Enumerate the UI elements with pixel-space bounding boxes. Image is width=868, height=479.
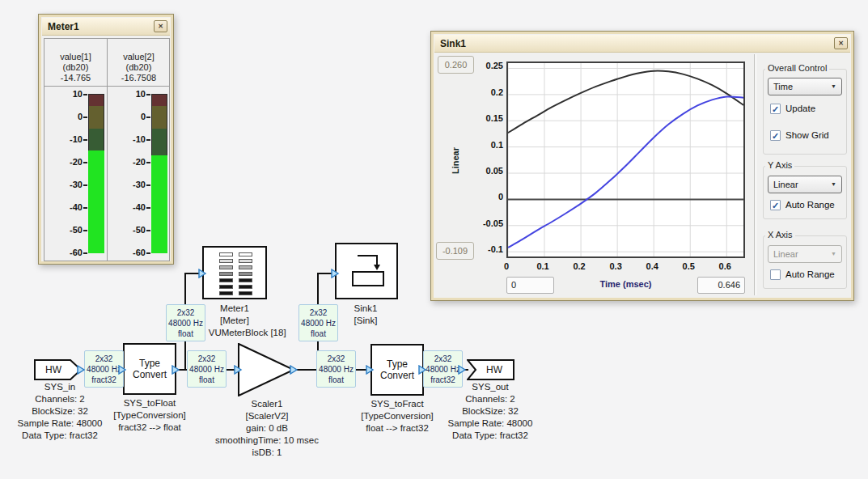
meter-panel: value[1](db20)-14.765100-10-20-30-40-50-…: [44, 38, 170, 261]
caption-line: gain: 0 dB: [198, 422, 336, 434]
wire-label[interactable]: 2x32 48000 Hz float: [299, 304, 338, 341]
y-tick-label: -0.1: [468, 244, 503, 254]
meter-bar-unlit: [151, 94, 167, 155]
overall-control-label: Overall Control: [765, 63, 829, 73]
chevron-down-icon: ▼: [831, 78, 836, 95]
type-convert-2-text: Type Convert: [372, 358, 422, 381]
type-convert-1-block[interactable]: Type Convert: [123, 343, 176, 395]
scaler-block[interactable]: [238, 343, 296, 396]
domain-dropdown[interactable]: Time ▼: [768, 78, 842, 95]
type-convert-2-block[interactable]: Type Convert: [370, 344, 424, 396]
meter-tick-mark: [146, 252, 150, 254]
meter-tick-label: 0: [55, 112, 83, 121]
meter-block[interactable]: [202, 246, 267, 299]
meter-tick-label: 10: [118, 89, 146, 99]
block-name: Scaler1: [198, 398, 336, 410]
wire-label[interactable]: 2x32 48000 Hz float: [166, 304, 205, 341]
meter-bar-unlit: [88, 94, 104, 150]
vu-meter-icon-bar: [239, 265, 252, 269]
designer-canvas: HW SYS_in Channels: 2BlockSize: 32Sample…: [0, 0, 868, 479]
sink-icon: [337, 244, 396, 298]
sink-window-titlebar[interactable]: Sink1 ✕: [434, 35, 850, 53]
close-icon[interactable]: ✕: [834, 37, 848, 49]
x-tick-label: 0: [493, 261, 520, 271]
meter-window: Meter1 ✕ value[1](db20)-14.765100-10-20-…: [38, 14, 174, 265]
meter-zone-segment: [152, 129, 167, 155]
meter-channel-2: value[2](db20)-16.7508100-10-20-30-40-50…: [108, 39, 170, 261]
chevron-down-icon: ▼: [831, 176, 836, 193]
y-tick-label: 0.2: [468, 87, 503, 97]
close-icon[interactable]: ✕: [154, 20, 167, 32]
show-grid-label: Show Grid: [785, 130, 829, 140]
meter-tick-mark: [83, 184, 87, 186]
meter-tick-mark: [146, 139, 150, 141]
x-auto-range-checkbox[interactable]: [770, 269, 781, 280]
meter-tick-label: -30: [55, 180, 83, 189]
meter-tick-mark: [146, 184, 150, 186]
pin-icon: [77, 365, 86, 375]
block-name: SYS_toFract: [345, 398, 450, 410]
pin-icon: [366, 365, 375, 375]
meter-zone-segment: [89, 106, 104, 129]
y-tick-label: 0: [468, 192, 503, 201]
meter-tick-label: -60: [55, 248, 83, 257]
meter-tick-label: -40: [55, 202, 83, 212]
meter-tick-label: -40: [118, 202, 146, 212]
hw-input-label: HW: [34, 364, 73, 375]
meter-tick-mark: [83, 162, 87, 163]
y-tick-label: 0.15: [468, 113, 503, 123]
meter-tick-mark: [83, 139, 87, 141]
sink-window-title: Sink1: [440, 38, 466, 49]
meter-tick-mark: [83, 252, 87, 254]
caption-line: Sample Rate: 48000: [437, 418, 544, 430]
y-scale-dropdown[interactable]: Linear ▼: [768, 176, 842, 193]
meter-tick-mark: [83, 94, 87, 95]
x-scale-dropdown: Linear ▼: [768, 245, 842, 263]
channel-header: value[2]: [108, 52, 170, 61]
vu-meter-icon-bar: [219, 285, 233, 289]
vu-meter-icon-bar: [239, 291, 252, 295]
sink-plot-frame: [506, 61, 745, 258]
scaler-caption: Scaler1 [ScalerV2]gain: 0 dBsmoothingTim…: [198, 398, 336, 459]
vu-meter-icon-bar: [219, 259, 233, 263]
meter-tick-label: 0: [118, 112, 146, 121]
hw-output-label: HW: [476, 364, 512, 375]
meter-zone-segment: [89, 129, 104, 150]
meter-bar-level: [88, 150, 104, 253]
caption-line: float --> fract32: [345, 422, 450, 434]
vu-meter-icon-bar: [239, 252, 252, 256]
sys-tofloat-caption: SYS_toFloat [TypeConversion]fract32 --> …: [97, 397, 202, 434]
vu-meter-icon-bar: [219, 291, 233, 295]
sink-block[interactable]: [335, 243, 398, 299]
show-grid-checkbox[interactable]: ✓: [770, 130, 781, 141]
meter-window-titlebar[interactable]: Meter1 ✕: [42, 18, 170, 36]
sys-tofract-caption: SYS_toFract [TypeConversion]float --> fr…: [345, 398, 450, 434]
meter-tick-label: -50: [118, 225, 146, 235]
channel-value: -16.7508: [108, 73, 170, 83]
sink-plot: [508, 63, 743, 256]
y-tick-label: 0.1: [468, 140, 503, 150]
wire-label[interactable]: 2x32 48000 Hz fract32: [423, 350, 463, 388]
panel-splitter[interactable]: [754, 54, 756, 295]
y-auto-range-checkbox[interactable]: ✓: [770, 200, 781, 210]
x-tick-label: 0.2: [565, 261, 593, 271]
y-axis-title: Linear: [451, 142, 460, 174]
y-tick-label: 0.05: [468, 166, 503, 176]
caption-line: fract32 --> float: [97, 422, 202, 434]
update-checkbox[interactable]: ✓: [770, 104, 781, 114]
wire-label[interactable]: 2x32 48000 Hz float: [316, 350, 356, 388]
meter-tick-mark: [83, 207, 87, 209]
x-min-input[interactable]: 0: [506, 277, 554, 294]
caption-line: smoothingTime: 10 msec: [198, 434, 336, 447]
x-tick-label: 0.5: [675, 261, 702, 271]
divider: [108, 86, 170, 87]
x-max-input[interactable]: 0.646: [697, 277, 745, 294]
x-tick-label: 0.1: [529, 261, 557, 271]
x-tick-label: 0.4: [638, 261, 666, 271]
meter-tick-mark: [146, 230, 150, 231]
wire-label[interactable]: 2x32 48000 Hz float: [187, 350, 227, 388]
y-tick-label: -0.05: [468, 218, 503, 228]
meter-tick-label: -50: [55, 225, 83, 235]
x-axis-group-label: X Axis: [765, 230, 795, 240]
caption-line: BlockSize: 32: [437, 405, 544, 418]
